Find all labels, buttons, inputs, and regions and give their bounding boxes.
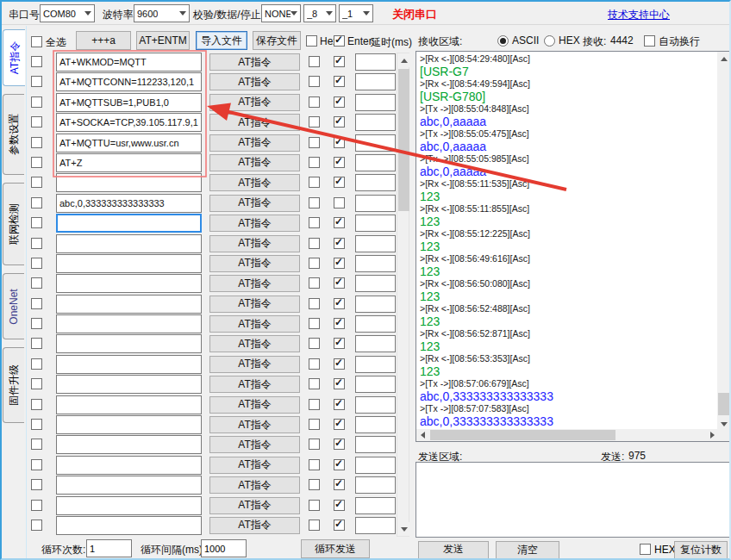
loop-send-button[interactable]: 循环发送 (301, 539, 370, 558)
row-hex-checkbox[interactable] (309, 298, 320, 309)
row-select-checkbox[interactable] (31, 76, 42, 87)
row-hex-checkbox[interactable] (309, 96, 320, 108)
row-enter-checkbox[interactable] (334, 399, 345, 410)
row-enter-checkbox[interactable] (334, 277, 345, 289)
row-select-checkbox[interactable] (31, 217, 42, 228)
row-hex-checkbox[interactable] (309, 76, 320, 87)
send-textarea[interactable] (415, 462, 731, 538)
row-hex-checkbox[interactable] (309, 197, 320, 208)
command-input[interactable] (56, 415, 202, 434)
send-at-command-button[interactable]: AT指令 (209, 296, 300, 313)
import-file-button[interactable]: 导入文件 (196, 31, 247, 50)
row-delay-input[interactable] (355, 335, 396, 352)
row-delay-input[interactable] (355, 73, 396, 90)
send-at-command-button[interactable]: AT指令 (209, 517, 300, 534)
row-select-checkbox[interactable] (31, 318, 42, 329)
command-input[interactable] (56, 234, 202, 253)
row-enter-checkbox[interactable] (334, 76, 345, 87)
row-hex-checkbox[interactable] (309, 338, 320, 349)
send-at-command-button[interactable]: AT指令 (209, 174, 300, 191)
row-enter-checkbox[interactable] (334, 217, 345, 228)
row-enter-checkbox[interactable] (334, 419, 345, 430)
row-select-checkbox[interactable] (31, 338, 42, 349)
row-delay-input[interactable] (355, 296, 396, 313)
row-select-checkbox[interactable] (31, 177, 42, 188)
row-select-checkbox[interactable] (31, 358, 42, 370)
scroll-up-arrow-icon[interactable] (717, 52, 730, 65)
command-input[interactable] (56, 173, 202, 192)
row-select-checkbox[interactable] (31, 459, 42, 470)
row-hex-checkbox[interactable] (309, 419, 320, 430)
row-select-checkbox[interactable] (31, 419, 42, 430)
row-delay-input[interactable] (355, 235, 396, 252)
command-input[interactable] (56, 93, 202, 112)
send-button[interactable]: 发送(Ctrl+Enter) (418, 541, 489, 559)
row-enter-checkbox[interactable] (334, 258, 345, 269)
reset-counter-button[interactable]: 复位计数 (674, 541, 728, 559)
enter-all-checkbox[interactable] (334, 35, 345, 47)
command-input[interactable] (56, 214, 202, 233)
row-enter-checkbox[interactable] (334, 439, 345, 450)
hex-radio[interactable] (544, 35, 555, 47)
send-at-command-button[interactable]: AT指令 (209, 154, 300, 171)
ascii-radio-label[interactable]: ASCII (512, 34, 539, 47)
row-hex-checkbox[interactable] (309, 520, 320, 531)
row-select-checkbox[interactable] (31, 258, 42, 269)
send-at-command-button[interactable]: AT指令 (209, 315, 300, 333)
command-input[interactable] (56, 295, 202, 314)
send-at-command-button[interactable]: AT指令 (209, 73, 300, 90)
row-enter-checkbox[interactable] (334, 338, 345, 349)
row-delay-input[interactable] (355, 416, 396, 433)
row-hex-checkbox[interactable] (309, 479, 320, 490)
row-enter-checkbox[interactable] (334, 197, 345, 208)
row-select-checkbox[interactable] (31, 399, 42, 410)
loop-count-input[interactable] (86, 539, 132, 557)
command-input[interactable] (56, 395, 202, 414)
row-enter-checkbox[interactable] (334, 318, 345, 329)
row-select-checkbox[interactable] (31, 439, 42, 450)
at-entm-button[interactable]: AT+ENTM (136, 31, 190, 50)
command-input[interactable] (56, 153, 202, 172)
row-hex-checkbox[interactable] (309, 378, 320, 389)
row-delay-input[interactable] (355, 174, 396, 191)
send-at-command-button[interactable]: AT指令 (209, 114, 300, 131)
command-input[interactable] (56, 134, 202, 152)
row-select-checkbox[interactable] (31, 378, 42, 389)
autowrap-checkbox[interactable] (644, 35, 655, 47)
row-select-checkbox[interactable] (31, 298, 42, 309)
row-enter-checkbox[interactable] (334, 298, 345, 309)
row-hex-checkbox[interactable] (309, 217, 320, 228)
row-delay-input[interactable] (355, 114, 396, 131)
command-input[interactable] (56, 435, 202, 454)
command-list-scrollbar[interactable] (397, 53, 409, 537)
scrollbar-thumb[interactable] (398, 69, 409, 211)
command-input[interactable] (56, 355, 202, 374)
send-at-command-button[interactable]: AT指令 (209, 134, 300, 152)
row-enter-checkbox[interactable] (334, 479, 345, 490)
row-delay-input[interactable] (355, 376, 396, 393)
scrollbar-thumb[interactable] (718, 393, 729, 415)
command-input[interactable] (56, 476, 202, 495)
row-hex-checkbox[interactable] (309, 56, 320, 67)
command-input[interactable] (56, 113, 202, 132)
row-delay-input[interactable] (355, 134, 396, 152)
baud-select[interactable]: 9600 (134, 4, 190, 22)
send-at-command-button[interactable]: AT指令 (209, 436, 300, 453)
row-enter-checkbox[interactable] (334, 56, 345, 67)
row-delay-input[interactable] (355, 215, 396, 232)
command-input[interactable] (56, 334, 202, 353)
row-hex-checkbox[interactable] (309, 358, 320, 370)
scroll-down-arrow-icon[interactable] (397, 522, 410, 536)
row-enter-checkbox[interactable] (334, 177, 345, 188)
row-select-checkbox[interactable] (31, 479, 42, 490)
row-select-checkbox[interactable] (31, 96, 42, 108)
send-at-command-button[interactable]: AT指令 (209, 457, 300, 474)
row-select-checkbox[interactable] (31, 238, 42, 249)
tech-support-link[interactable]: 技术支持中心 (608, 8, 670, 22)
row-enter-checkbox[interactable] (334, 459, 345, 470)
send-at-command-button[interactable]: AT指令 (209, 335, 300, 352)
receive-log-vscrollbar[interactable] (717, 52, 730, 431)
row-enter-checkbox[interactable] (334, 238, 345, 249)
command-input[interactable] (56, 274, 202, 293)
row-hex-checkbox[interactable] (309, 500, 320, 511)
